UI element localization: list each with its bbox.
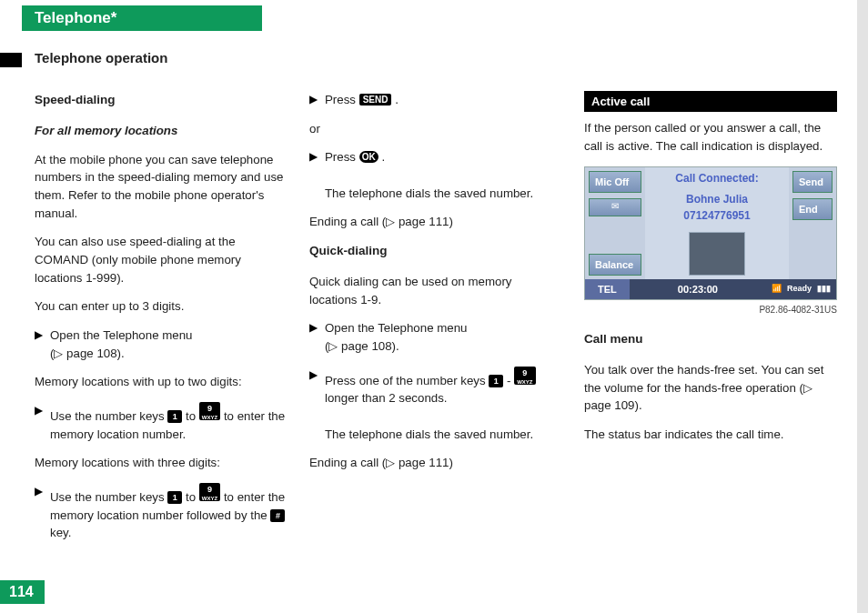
step-bullet-icon: ▶ [35,327,43,362]
key-9-icon: 9WXYZ [199,402,220,420]
key-ok-icon: OK [359,151,378,163]
shot-ready-label: Ready [787,283,812,295]
step-text: Press OK . The telephone dials the saved… [325,148,533,202]
shot-signal-icon: ▮▮▮ [817,283,831,295]
step-bullet-icon: ▶ [309,367,318,444]
step-bullet-icon: ▶ [309,91,318,109]
step-text: Open the Telephone menu (▷ page 108). [325,319,468,355]
figure-caption: P82.86-4082-31US [584,304,837,317]
side-marker [0,53,22,67]
step: ▶ Open the Telephone menu (▷ page 108). [35,327,288,362]
shot-btn-send: Send [792,171,833,193]
shot-photo-placeholder [689,232,745,276]
step: ▶ Press SEND . [309,91,562,109]
step: ▶ Use the number keys 1 to 9WXYZ to ente… [35,402,288,443]
paragraph: Ending a call (▷ page 111) [309,454,562,472]
heading-call-menu: Call menu [584,330,837,348]
column-2: ▶ Press SEND . or ▶ Press OK . The telep… [309,91,562,560]
paragraph: You can also use speed-dialing at the CO… [35,233,288,286]
paragraph: You can enter up to 3 digits. [35,297,288,316]
comand-screenshot: Mic Off ✉ Balance Call Connected: Bohne … [584,166,837,301]
step-bullet-icon: ▶ [309,148,318,202]
heading-quick-dialing: Quick-dialing [309,242,562,260]
shot-mail-icon: ✉ [589,198,641,216]
key-9-icon: 9WXYZ [514,367,535,385]
key-send-icon: SEND [359,94,392,106]
page-number: 114 [0,580,45,604]
step-text: Use the number keys 1 to 9WXYZ to enter … [50,402,288,443]
heading-active-call: Active call [584,91,837,112]
shot-tab-tel: TEL [585,279,630,299]
paragraph: Quick dialing can be used on memory loca… [309,273,562,308]
paragraph: If the person called or you answer a cal… [584,119,837,155]
column-1: Speed-dialing For all memory locations A… [35,91,288,560]
content-columns: Speed-dialing For all memory locations A… [35,91,837,560]
step: ▶ Press one of the number keys 1 - 9WXYZ… [309,367,562,444]
key-1-icon: 1 [167,410,182,423]
shot-antenna-icon: 📶 [772,283,782,295]
shot-btn-end: End [792,198,833,220]
manual-page: Telephone* Telephone operation Speed-dia… [0,0,868,613]
step-text: Use the number keys 1 to 9WXYZ to enter … [50,483,288,542]
step-text: Press SEND . [325,91,399,109]
step-bullet-icon: ▶ [35,402,43,443]
shot-call-connected: Call Connected: [675,171,758,187]
heading-for-all-memory: For all memory locations [35,122,288,140]
paragraph: Ending a call (▷ page 111) [309,213,562,231]
or-separator: or [309,120,562,138]
step: ▶ Open the Telephone menu (▷ page 108). [309,319,562,355]
shot-caller-number: 07124776951 [683,208,750,225]
section-title: Telephone operation [35,50,167,65]
key-9-icon: 9WXYZ [199,483,220,501]
column-3: Active call If the person called or you … [584,91,837,560]
shot-btn-mic-off: Mic Off [589,171,641,193]
key-hash-icon: # [270,509,285,522]
step-text: Open the Telephone menu (▷ page 108). [50,327,193,362]
step: ▶ Use the number keys 1 to 9WXYZ to ente… [35,483,288,542]
shot-call-time: 00:23:00 [630,279,766,299]
paragraph: At the mobile phone you can save telepho… [35,151,288,223]
step: ▶ Press OK . The telephone dials the sav… [309,148,562,202]
shot-status-bar: TEL 00:23:00 📶 Ready ▮▮▮ [585,279,836,299]
step-bullet-icon: ▶ [35,483,43,542]
page-edge [857,0,868,613]
shot-caller-name: Bohne Julia [686,192,748,208]
paragraph: Memory locations with up to two digits: [35,373,288,391]
chapter-tab: Telephone* [22,5,262,31]
key-1-icon: 1 [489,375,503,387]
shot-btn-balance: Balance [589,254,641,276]
step-bullet-icon: ▶ [309,319,318,355]
paragraph: You talk over the hands-free set. You ca… [584,361,837,415]
step-text: Press one of the number keys 1 - 9WXYZ l… [325,367,562,444]
paragraph: The status bar indicates the call time. [584,426,837,444]
heading-speed-dialing: Speed-dialing [35,91,288,109]
paragraph: Memory locations with three digits: [35,454,288,472]
key-1-icon: 1 [167,491,182,504]
